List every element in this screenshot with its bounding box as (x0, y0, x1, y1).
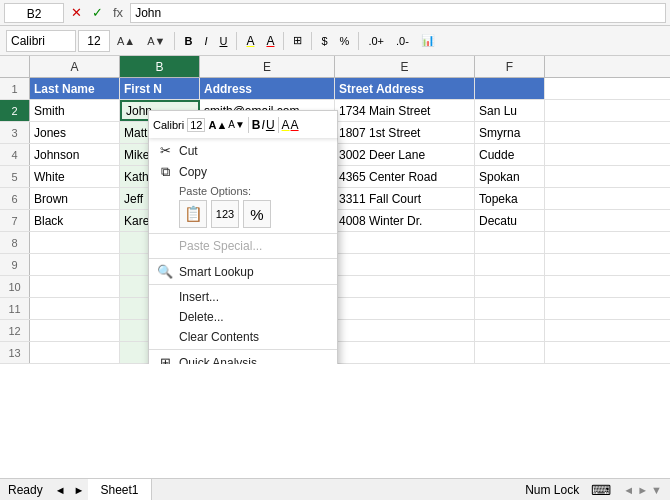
cancel-formula-icon[interactable]: ✕ (68, 5, 85, 20)
cell-a11[interactable] (30, 298, 120, 319)
cell-e5[interactable]: 4365 Center Road (335, 166, 475, 187)
cell-a13[interactable] (30, 342, 120, 363)
paste-option-2[interactable]: 123 (211, 200, 239, 228)
paste-option-3[interactable]: % (243, 200, 271, 228)
context-menu-copy[interactable]: ⧉ Copy (149, 161, 337, 183)
col-header-b[interactable]: B (120, 56, 200, 77)
font-size-input[interactable] (78, 30, 110, 52)
underline-button[interactable]: U (214, 30, 232, 52)
paste-special-label: Paste Special... (179, 239, 262, 253)
confirm-formula-icon[interactable]: ✓ (89, 5, 106, 20)
cell-e10[interactable] (335, 276, 475, 297)
cell-f3[interactable]: Smyrna (475, 122, 545, 143)
sheet-tabs-area: ◄ ► Sheet1 (51, 479, 518, 500)
cell-f9[interactable] (475, 254, 545, 275)
cell-e3[interactable]: 1807 1st Street (335, 122, 475, 143)
context-menu-clear-contents[interactable]: Clear Contents (149, 327, 337, 347)
cell-a6[interactable]: Brown (30, 188, 120, 209)
mini-font-size[interactable]: 12 (187, 118, 205, 132)
shrink-font-button[interactable]: A▼ (142, 30, 170, 52)
cell-a5[interactable]: White (30, 166, 120, 187)
percent-button[interactable]: % (335, 30, 355, 52)
cell-b1[interactable]: First N (120, 78, 200, 99)
cell-a9[interactable] (30, 254, 120, 275)
mini-format-toolbar: Calibri 12 A▲ A▼ B I U A A (148, 110, 338, 138)
cell-f7[interactable]: Decatu (475, 210, 545, 231)
cell-a8[interactable] (30, 232, 120, 253)
italic-button[interactable]: I (199, 30, 212, 52)
row-num-11: 11 (0, 298, 30, 319)
context-menu-quick-analysis[interactable]: ⊞ Quick Analysis (149, 352, 337, 364)
ready-status: Ready (0, 483, 51, 497)
cell-f2[interactable]: San Lu (475, 100, 545, 121)
cell-f6[interactable]: Topeka (475, 188, 545, 209)
cell-e9[interactable] (335, 254, 475, 275)
col-header-d[interactable]: E (200, 56, 335, 77)
currency-button[interactable]: $ (316, 30, 332, 52)
row-num-8: 8 (0, 232, 30, 253)
cell-f10[interactable] (475, 276, 545, 297)
increase-decimal-button[interactable]: .0+ (363, 30, 389, 52)
cell-a12[interactable] (30, 320, 120, 341)
formula-input[interactable] (130, 3, 666, 23)
cell-a4[interactable]: Johnson (30, 144, 120, 165)
context-menu-smart-lookup[interactable]: 🔍 Smart Lookup (149, 261, 337, 282)
paste-option-1[interactable]: 📋 (179, 200, 207, 228)
cell-f11[interactable] (475, 298, 545, 319)
bold-button[interactable]: B (179, 30, 197, 52)
cell-e7[interactable]: 4008 Winter Dr. (335, 210, 475, 231)
format-extra-button[interactable]: 📊 (416, 30, 440, 52)
mini-grow-button[interactable]: A▲ (208, 119, 227, 131)
mini-bold-button[interactable]: B (252, 118, 261, 132)
scroll-bar-buttons[interactable]: ◄ ► ▼ (615, 484, 670, 496)
fx-icon[interactable]: fx (110, 5, 126, 20)
decrease-decimal-button[interactable]: .0- (391, 30, 414, 52)
cell-reference-box[interactable]: B2 (4, 3, 64, 23)
mini-fill-color-button[interactable]: A (282, 118, 290, 132)
cell-a10[interactable] (30, 276, 120, 297)
cell-a2[interactable]: Smith (30, 100, 120, 121)
context-menu-insert[interactable]: Insert... (149, 287, 337, 307)
cell-f4[interactable]: Cudde (475, 144, 545, 165)
cell-a3[interactable]: Jones (30, 122, 120, 143)
cell-f12[interactable] (475, 320, 545, 341)
mini-font-name[interactable]: Calibri (153, 119, 184, 131)
col-header-f[interactable]: F (475, 56, 545, 77)
cell-f13[interactable] (475, 342, 545, 363)
cell-e13[interactable] (335, 342, 475, 363)
cell-e11[interactable] (335, 298, 475, 319)
smart-lookup-label: Smart Lookup (179, 265, 254, 279)
cell-f5[interactable]: Spokan (475, 166, 545, 187)
cell-e8[interactable] (335, 232, 475, 253)
mini-shrink-button[interactable]: A▼ (228, 119, 245, 130)
ribbon-separator-2 (236, 32, 237, 50)
borders-button[interactable]: ⊞ (288, 30, 307, 52)
font-name-input[interactable] (6, 30, 76, 52)
grow-font-button[interactable]: A▲ (112, 30, 140, 52)
cell-d1[interactable]: Address (200, 78, 335, 99)
sheet-tab-sheet1[interactable]: Sheet1 (88, 479, 151, 500)
cell-e1[interactable]: Street Address (335, 78, 475, 99)
fill-color-button[interactable]: A (241, 30, 259, 52)
col-header-e[interactable]: E (335, 56, 475, 77)
mini-underline-button[interactable]: U (266, 118, 275, 132)
scroll-tabs-right-button[interactable]: ► (70, 479, 89, 500)
context-menu-paste-special[interactable]: Paste Special... (149, 236, 337, 256)
cell-e6[interactable]: 3311 Fall Court (335, 188, 475, 209)
mini-italic-button[interactable]: I (262, 118, 265, 132)
cell-a7[interactable]: Black (30, 210, 120, 231)
row-num-10: 10 (0, 276, 30, 297)
cell-e2[interactable]: 1734 Main Street (335, 100, 475, 121)
context-menu: ✂ Cut ⧉ Copy Paste Options: 📋 123 % Past… (148, 136, 338, 364)
cell-a1[interactable]: Last Name (30, 78, 120, 99)
cell-f8[interactable] (475, 232, 545, 253)
mini-font-color-button[interactable]: A (291, 118, 299, 132)
col-header-a[interactable]: A (30, 56, 120, 77)
cell-e12[interactable] (335, 320, 475, 341)
scroll-tabs-left-button[interactable]: ◄ (51, 479, 70, 500)
cell-e4[interactable]: 3002 Deer Lane (335, 144, 475, 165)
font-color-button[interactable]: A (261, 30, 279, 52)
context-menu-cut[interactable]: ✂ Cut (149, 140, 337, 161)
context-menu-delete[interactable]: Delete... (149, 307, 337, 327)
cell-f1[interactable] (475, 78, 545, 99)
